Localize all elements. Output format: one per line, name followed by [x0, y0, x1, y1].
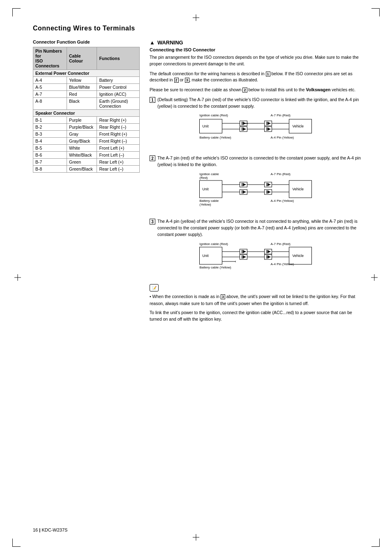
cell-colour: Green/Black [67, 166, 97, 173]
intro-para-3: Please be sure to reconnect the cable as… [150, 87, 363, 93]
svg-text:Ignition cable (Red): Ignition cable (Red) [200, 242, 228, 246]
svg-marker-68 [243, 250, 247, 253]
svg-text:A-4 Pin (Yellow): A-4 Pin (Yellow) [271, 136, 294, 139]
svg-text:Battery cable: Battery cable [200, 199, 219, 203]
svg-marker-77 [243, 256, 247, 258]
connector-table: Pin Numbers forISO Connectors Cable Colo… [33, 47, 140, 173]
svg-text:A-4 Pin (Yellow): A-4 Pin (Yellow) [271, 262, 294, 266]
group-name: External Power Connector [33, 70, 140, 77]
item-3-content: The A-4 pin (yellow) of the vehicle's IS… [157, 218, 363, 279]
table-row: B-6White/BlackFront Left (–) [33, 152, 140, 159]
svg-marker-24 [268, 128, 271, 130]
cell-function: Earth (Ground) Connection [97, 98, 140, 110]
svg-text:Ignition cable: Ignition cable [200, 172, 219, 176]
intro-para-2: The default connection for the wiring ha… [150, 71, 363, 84]
cell-colour: Purple [67, 117, 97, 124]
cell-pin: B-2 [33, 124, 67, 131]
col-header-functions: Functions [97, 47, 140, 70]
svg-text:A-7 Pin (Red): A-7 Pin (Red) [271, 172, 291, 176]
svg-text:A-7 Pin (Red): A-7 Pin (Red) [271, 242, 291, 246]
cell-function: Ignition (ACC) [97, 91, 140, 98]
svg-text:Ignition cable (Red): Ignition cable (Red) [200, 113, 228, 117]
table-row: B-4Gray/BlackFront Right (–) [33, 138, 140, 145]
table-row: A-4YellowBattery [33, 77, 140, 84]
cell-colour: Green [67, 159, 97, 166]
note-box: 📝 • When the connection is made as in 3 … [150, 284, 363, 322]
cell-pin: B-3 [33, 131, 67, 138]
svg-text:(Yellow): (Yellow) [200, 203, 211, 206]
corner-mark-br [371, 539, 380, 547]
cell-pin: B-8 [33, 166, 67, 173]
svg-text:A-7 Pin (Red): A-7 Pin (Red) [271, 113, 291, 117]
note-icon-container: 📝 [150, 284, 363, 293]
item-1-text: (Default setting) The A-7 pin (red) of t… [157, 97, 359, 109]
svg-text:A-4 Pin (Yellow): A-4 Pin (Yellow) [271, 199, 294, 203]
page: Connecting Wires to Terminals Connector … [0, 0, 392, 555]
crosshair-top [193, 14, 199, 21]
cell-function: Front Right (–) [97, 138, 140, 145]
cell-colour: Black [67, 98, 97, 110]
right-column: ▲ WARNING Connecting the ISO Connector T… [150, 39, 363, 322]
crosshair-bottom [193, 534, 199, 541]
model-name: KDC-W237S [42, 527, 67, 532]
svg-marker-21 [243, 122, 247, 125]
cell-function: Front Left (–) [97, 152, 140, 159]
svg-text:‹: ‹ [235, 259, 236, 264]
cell-function: Power Control [97, 84, 140, 91]
cell-colour: Blue/White [67, 84, 97, 91]
page-footer: 16 | KDC-W237S [33, 527, 67, 532]
item-2-num: 2 [150, 155, 155, 161]
diagram-2-svg: Ignition cable (Red) A-7 Pin (Red) Unit … [157, 171, 363, 208]
table-row: B-3GrayFront Right (+) [33, 131, 140, 138]
diagram-3: Ignition cable (Red) A-7 Pin (Red) Unit … [157, 240, 363, 275]
cell-function: Rear Left (–) [97, 166, 140, 173]
crosshair-right [371, 274, 378, 281]
corner-mark-bl [12, 539, 21, 547]
cell-function: Front Left (+) [97, 145, 140, 152]
item-1: 1 (Default setting) The A-7 pin (red) of… [150, 97, 363, 151]
note-bullet-2: To link the unit's power to the ignition… [150, 309, 363, 323]
cell-function: Front Right (+) [97, 131, 140, 138]
cell-pin: A-7 [33, 91, 67, 98]
cell-pin: B-6 [33, 152, 67, 159]
svg-text:Vehicle: Vehicle [293, 187, 304, 191]
table-row: B-2Purple/BlackRear Right (–) [33, 124, 140, 131]
svg-text:Unit: Unit [203, 187, 209, 191]
table-row: A-7RedIgnition (ACC) [33, 91, 140, 98]
svg-marker-51 [268, 191, 271, 193]
warning-header: ▲ WARNING [150, 39, 363, 46]
page-number: 16 [33, 527, 38, 532]
diagram-3-svg: Ignition cable (Red) A-7 Pin (Red) Unit … [157, 240, 363, 273]
intro-para-1: The pin arrangement for the ISO connecto… [150, 54, 363, 67]
svg-text:Battery cable (Yellow): Battery cable (Yellow) [200, 266, 231, 269]
left-column: Connector Function Guide Pin Numbers for… [33, 39, 140, 322]
cell-pin: B-1 [33, 117, 67, 124]
table-row: B-1PurpleRear Right (+) [33, 117, 140, 124]
svg-text:Vehicle: Vehicle [293, 254, 304, 258]
cell-pin: A-4 [33, 77, 67, 84]
item-2-text: The A-7 pin (red) of the vehicle's ISO c… [157, 155, 361, 167]
item-1-num: 1 [150, 97, 155, 103]
cell-pin: B-7 [33, 159, 67, 166]
corner-mark-tl [12, 8, 21, 16]
svg-marker-50 [243, 191, 247, 193]
diagram-1: Ignition cable (Red) A-7 Pin (Red) Unit … [157, 112, 363, 147]
svg-text:Battery cable (Yellow): Battery cable (Yellow) [200, 136, 231, 139]
table-row: B-7GreenRear Left (+) [33, 159, 140, 166]
cell-colour: Gray [67, 131, 97, 138]
table-row: A-5Blue/WhitePower Control [33, 84, 140, 91]
cell-function: Rear Right (–) [97, 124, 140, 131]
table-row: A-8BlackEarth (Ground) Connection [33, 98, 140, 110]
note-icon: 📝 [150, 284, 159, 291]
cell-pin: B-4 [33, 138, 67, 145]
svg-text:Unit: Unit [203, 124, 209, 128]
corner-mark-tr [371, 8, 380, 16]
cell-colour: Purple/Black [67, 124, 97, 131]
cell-function: Rear Left (+) [97, 159, 140, 166]
item-2-content: The A-7 pin (red) of the vehicle's ISO c… [157, 155, 363, 214]
cell-colour: White [67, 145, 97, 152]
svg-marker-69 [268, 250, 271, 253]
svg-marker-41 [243, 183, 247, 186]
diagram-2: Ignition cable (Red) A-7 Pin (Red) Unit … [157, 171, 363, 210]
group-name: Speaker Connector [33, 110, 140, 117]
